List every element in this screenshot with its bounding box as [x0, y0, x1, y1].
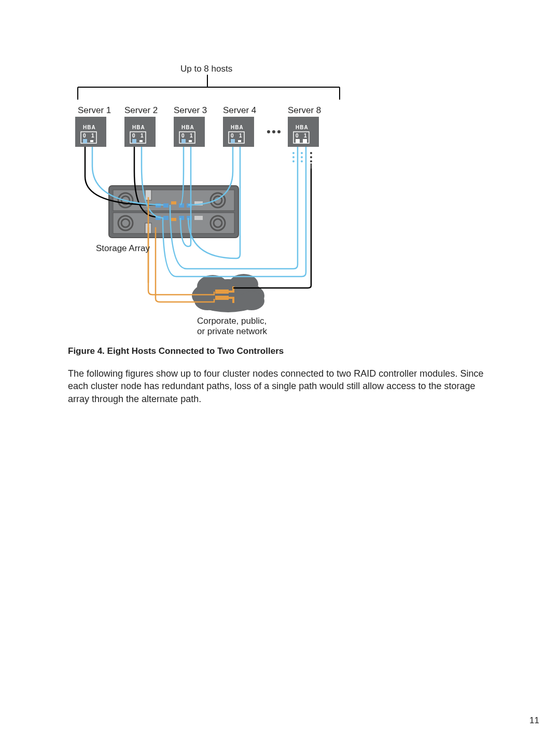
svg-rect-57 [215, 290, 229, 294]
port1-8: 1 [304, 133, 307, 139]
hba-label-8: HBA [296, 125, 309, 130]
svg-rect-10 [132, 139, 136, 143]
hba-label-2: HBA [132, 125, 145, 130]
hba-label-1: HBA [83, 125, 96, 130]
hba-label-4: HBA [231, 125, 244, 130]
svg-point-63 [292, 160, 295, 162]
port0-4: 0 [231, 133, 234, 139]
svg-rect-47 [163, 216, 169, 220]
svg-point-61 [292, 152, 295, 154]
server-label-4: Server 4 [223, 105, 256, 117]
svg-point-20 [267, 130, 270, 133]
hba-label-3: HBA [181, 125, 194, 130]
port1-1: 1 [91, 133, 94, 139]
svg-rect-50 [194, 216, 203, 220]
svg-point-62 [292, 156, 295, 158]
svg-point-21 [272, 130, 275, 133]
svg-point-22 [277, 130, 281, 133]
svg-rect-14 [181, 139, 186, 143]
page-number: 11 [529, 715, 539, 726]
svg-rect-26 [303, 139, 307, 143]
svg-point-69 [310, 160, 312, 162]
svg-rect-25 [296, 139, 300, 143]
top-label: Up to 8 hosts [180, 63, 232, 75]
svg-point-65 [301, 156, 303, 158]
svg-rect-18 [231, 139, 235, 143]
server-label-3: Server 3 [174, 105, 207, 117]
port0-3: 0 [181, 133, 185, 139]
svg-rect-41 [163, 203, 169, 208]
port0-8: 0 [296, 133, 299, 139]
svg-rect-45 [171, 201, 176, 204]
storage-label: Storage Array [96, 243, 150, 255]
body-paragraph: The following figures show up to four cl… [68, 367, 492, 405]
port1-4: 1 [239, 133, 242, 139]
svg-point-64 [301, 152, 303, 154]
svg-rect-7 [90, 140, 93, 142]
port1-2: 1 [141, 133, 144, 139]
svg-point-68 [310, 156, 312, 158]
svg-point-66 [301, 160, 303, 162]
port1-3: 1 [190, 133, 193, 139]
server-label-8: Server 8 [288, 105, 321, 117]
svg-rect-58 [215, 296, 229, 300]
svg-point-67 [310, 152, 312, 154]
svg-rect-19 [238, 140, 241, 142]
figure-caption: Figure 4. Eight Hosts Connected to Two C… [68, 346, 284, 356]
server-label-1: Server 1 [78, 105, 111, 117]
svg-rect-11 [139, 140, 143, 142]
port0-2: 0 [132, 133, 135, 139]
port0-1: 0 [83, 133, 86, 139]
page: Up to 8 hosts Server 1 Server 2 Server 3… [0, 0, 560, 744]
server-label-2: Server 2 [124, 105, 158, 117]
svg-rect-51 [171, 218, 176, 221]
svg-point-56 [239, 292, 264, 310]
svg-rect-6 [83, 139, 87, 143]
svg-rect-15 [189, 140, 192, 142]
svg-rect-48 [179, 216, 184, 220]
network-label-2: or private network [197, 326, 267, 338]
